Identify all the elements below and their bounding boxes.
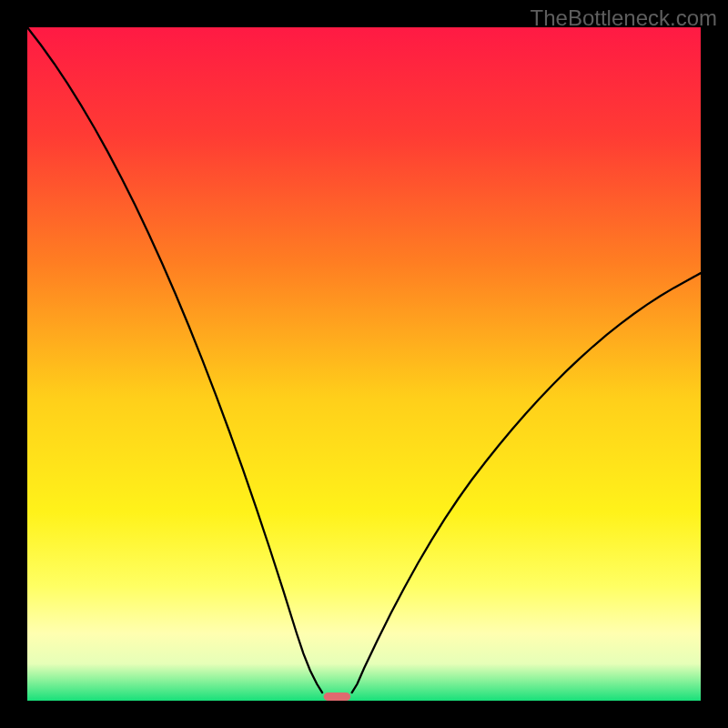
bottleneck-marker: [324, 693, 351, 701]
watermark-text: TheBottleneck.com: [531, 5, 717, 31]
gradient-background: [27, 27, 701, 701]
chart-container: TheBottleneck.com: [0, 0, 728, 728]
chart-svg: [27, 27, 701, 701]
plot-area: [27, 27, 701, 701]
